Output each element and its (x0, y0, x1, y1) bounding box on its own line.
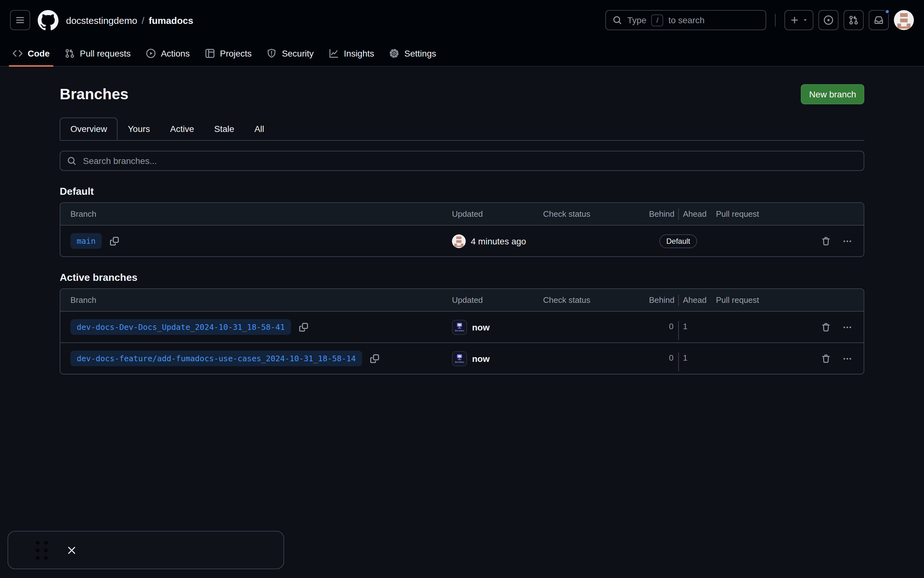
global-search-input[interactable]: Type / to search (605, 10, 766, 30)
table-icon (205, 48, 215, 58)
filter-tab-all[interactable]: All (244, 117, 274, 140)
copy-branch-name-button[interactable] (369, 353, 380, 364)
repo-tab-projects[interactable]: Projects (197, 40, 259, 66)
column-pull-request: Pull request (716, 295, 801, 305)
git-pull-request-icon (65, 48, 75, 58)
behind-count: 0 (649, 321, 678, 332)
kebab-horizontal-icon (842, 353, 852, 364)
repo-tab-security[interactable]: Security (259, 40, 321, 66)
gear-icon (389, 48, 399, 58)
trash-icon (821, 236, 831, 246)
active-branch-table: Branch Updated Check status Behind Ahead… (60, 288, 864, 375)
branch-name-link[interactable]: dev-docs-Dev-Docs_Update_2024-10-31_18-5… (70, 319, 291, 335)
filter-tab-overview[interactable]: Overview (60, 117, 118, 140)
ahead-count: 1 (678, 352, 708, 364)
repo-tab-label: Security (282, 48, 314, 58)
column-behind-ahead: Behind Ahead (641, 208, 716, 219)
create-new-button[interactable] (784, 10, 813, 30)
branch-menu-button[interactable] (842, 322, 852, 332)
plus-icon (789, 15, 800, 25)
column-behind-ahead: Behind Ahead (641, 294, 716, 306)
filter-tab-stale[interactable]: Stale (204, 117, 244, 140)
table-header-row: Branch Updated Check status Behind Ahead… (60, 289, 864, 311)
header-right: Type / to search (605, 10, 914, 30)
default-section-heading: Default (60, 186, 864, 197)
column-ahead: Ahead (678, 209, 708, 219)
copy-branch-name-button[interactable] (109, 236, 119, 246)
hamburger-menu-button[interactable] (10, 10, 30, 30)
copy-icon (109, 236, 119, 246)
copy-icon (299, 322, 309, 332)
delete-branch-button[interactable] (821, 322, 831, 332)
kebab-horizontal-icon (842, 236, 852, 246)
filter-tab-active[interactable]: Active (160, 117, 204, 140)
floating-toolbar (8, 531, 284, 569)
header-left: docstestingdemo / fumadocs (10, 10, 193, 31)
branch-name-link[interactable]: dev-docs-feature/add-fumadocs-use-cases_… (70, 351, 362, 366)
column-behind: Behind (649, 295, 678, 305)
title-row: Branches New branch (60, 84, 864, 104)
repo-tab-settings[interactable]: Settings (382, 40, 444, 66)
table-row: dev-docs-feature/add-fumadocs-use-cases_… (60, 343, 864, 374)
branch-name-link[interactable]: main (70, 233, 102, 249)
repo-tab-label: Pull requests (80, 48, 131, 58)
branch-search-input[interactable] (60, 151, 864, 171)
inbox-button[interactable] (869, 10, 889, 30)
close-button[interactable] (67, 545, 77, 555)
repo-tab-insights[interactable]: Insights (321, 40, 382, 66)
close-icon (67, 545, 77, 555)
table-row: dev-docs-Dev-Docs_Update_2024-10-31_18-5… (60, 311, 864, 343)
breadcrumb-owner[interactable]: docstestingdemo (66, 15, 137, 26)
repo-tab-label: Settings (405, 48, 436, 58)
column-updated: Updated (452, 209, 543, 219)
delete-branch-button[interactable] (821, 236, 831, 246)
behind-count: 0 (649, 352, 678, 364)
slash-keycap: / (652, 14, 664, 26)
breadcrumb-separator: / (142, 15, 144, 26)
repo-tab-actions[interactable]: Actions (138, 40, 197, 66)
kebab-horizontal-icon (842, 322, 852, 332)
breadcrumb: docstestingdemo / fumadocs (66, 15, 193, 26)
breadcrumb-repo[interactable]: fumadocs (149, 15, 193, 26)
code-icon (13, 48, 23, 58)
github-logo-icon[interactable] (38, 10, 59, 31)
branch-menu-button[interactable] (842, 236, 852, 246)
search-icon (612, 15, 622, 25)
drag-handle[interactable] (36, 541, 48, 560)
search-placeholder-prefix: Type (627, 15, 646, 25)
page-title: Branches (60, 86, 129, 103)
user-avatar[interactable] (894, 10, 914, 30)
column-updated: Updated (452, 295, 543, 305)
delete-branch-button[interactable] (821, 353, 831, 364)
search-placeholder-suffix: to search (669, 15, 704, 25)
svg-text:Dev-Docs: Dev-Docs (455, 360, 464, 363)
column-ahead: Ahead (678, 295, 708, 305)
play-circle-icon (146, 48, 156, 58)
bot-avatar[interactable]: Dev-Docs (452, 320, 467, 334)
copy-branch-name-button[interactable] (299, 322, 309, 332)
repo-tab-pull-requests[interactable]: Pull requests (57, 40, 138, 66)
bot-avatar[interactable]: Dev-Docs (452, 351, 467, 366)
repo-tab-label: Insights (344, 48, 374, 58)
ahead-count: 1 (678, 321, 708, 332)
app-header: docstestingdemo / fumadocs Type / to sea… (0, 0, 924, 40)
branch-menu-button[interactable] (842, 353, 852, 364)
committer-avatar[interactable] (452, 234, 466, 248)
trash-icon (821, 322, 831, 332)
new-branch-button[interactable]: New branch (801, 84, 864, 104)
pull-requests-button[interactable] (844, 10, 864, 30)
inbox-icon (874, 15, 884, 25)
repo-tab-code[interactable]: Code (5, 40, 57, 66)
repo-tab-label: Actions (161, 48, 190, 58)
repo-tab-label: Code (28, 48, 50, 58)
shield-icon (267, 48, 277, 58)
issues-button[interactable] (818, 10, 838, 30)
search-icon (67, 156, 77, 166)
active-section-heading: Active branches (60, 272, 864, 283)
filter-tab-yours[interactable]: Yours (118, 117, 160, 140)
updated-time: now (472, 322, 490, 332)
branch-filter-tabnav: Overview Yours Active Stale All (60, 117, 864, 141)
default-branch-table: Branch Updated Check status Behind Ahead… (60, 202, 864, 257)
main-content: Branches New branch Overview Yours Activ… (0, 84, 924, 375)
trash-icon (821, 353, 831, 364)
